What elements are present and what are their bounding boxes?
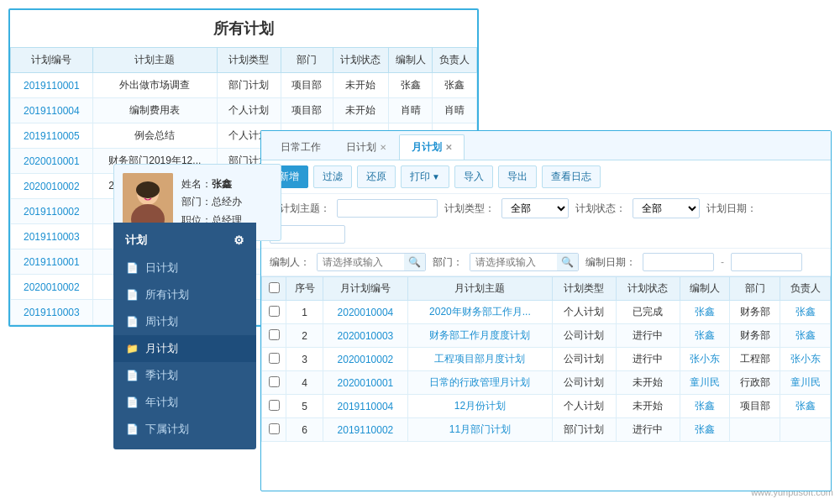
- main-table-header-cell: [262, 277, 286, 301]
- gear-icon[interactable]: ⚙: [234, 234, 244, 247]
- menu-icon: 📄: [125, 396, 139, 408]
- row-checkbox[interactable]: [269, 400, 280, 411]
- editor-search-button[interactable]: 🔍: [404, 254, 425, 270]
- table-cell[interactable]: 2019110003: [11, 224, 93, 249]
- sidebar-item-下属计划[interactable]: 📄下属计划: [113, 416, 256, 443]
- table-cell[interactable]: 11月部门计划: [407, 418, 552, 442]
- table-cell[interactable]: 2020010004: [323, 301, 408, 324]
- menu-label: 日计划: [145, 260, 178, 276]
- profile-name: 姓名：张鑫: [181, 176, 242, 194]
- filter-button[interactable]: 过滤: [313, 165, 352, 188]
- dept-input[interactable]: [470, 254, 557, 270]
- tab-日常工作[interactable]: 日常工作: [268, 134, 333, 160]
- table-cell[interactable]: 2020年财务部工作月...: [407, 301, 552, 324]
- tab-月计划[interactable]: 月计划✕: [399, 134, 465, 160]
- table-cell: 财务部: [730, 301, 780, 324]
- editor-input[interactable]: [318, 254, 404, 270]
- table-cell[interactable]: 张鑫: [780, 395, 831, 418]
- sidebar-item-月计划[interactable]: 📁月计划: [113, 335, 256, 362]
- table-cell[interactable]: 张鑫: [680, 301, 730, 324]
- table-cell[interactable]: 张鑫: [680, 324, 730, 348]
- table-cell[interactable]: 2020010001: [11, 149, 93, 174]
- table-cell: 例会总结: [92, 123, 217, 149]
- table-cell[interactable]: 12月份计划: [407, 395, 552, 418]
- restore-button[interactable]: 还原: [357, 165, 396, 188]
- sidebar-item-季计划[interactable]: 📄季计划: [113, 362, 256, 389]
- table-cell: 3: [286, 348, 323, 371]
- table-cell: 个人计划: [217, 98, 281, 123]
- sidebar-item-所有计划[interactable]: 📄所有计划: [113, 281, 256, 308]
- table-cell[interactable]: 张鑫: [780, 324, 831, 348]
- table-cell: [262, 371, 286, 395]
- sidebar-item-年计划[interactable]: 📄年计划: [113, 389, 256, 416]
- table-cell: 部门计划: [553, 418, 617, 442]
- table-cell[interactable]: 2019110002: [11, 199, 93, 224]
- table-cell[interactable]: 2020010002: [11, 174, 93, 199]
- table-cell: 编制费用表: [92, 98, 217, 123]
- table-cell: 未开始: [616, 371, 680, 395]
- tab-close-icon[interactable]: ✕: [380, 143, 386, 152]
- table-cell[interactable]: 2020010003: [323, 324, 408, 348]
- profile-dept: 部门：总经办: [181, 193, 242, 212]
- table-cell: 进行中: [616, 324, 680, 348]
- table-cell[interactable]: 童川民: [780, 371, 831, 395]
- main-table-header-cell: 计划状态: [616, 277, 680, 301]
- main-table-header-cell: 月计划编号: [323, 277, 408, 301]
- table-cell[interactable]: 2019110005: [11, 123, 93, 149]
- table-cell[interactable]: 张鑫: [680, 418, 730, 442]
- row-checkbox[interactable]: [269, 376, 280, 387]
- import-button[interactable]: 导入: [454, 165, 493, 188]
- table-cell[interactable]: 2020010001: [323, 371, 408, 395]
- table-cell[interactable]: 2020010002: [11, 275, 93, 300]
- tab-label: 月计划: [412, 140, 442, 155]
- table-cell[interactable]: 2019110002: [323, 418, 408, 442]
- table-cell[interactable]: 2019110004: [323, 395, 408, 418]
- table-cell[interactable]: 2019110001: [11, 73, 93, 98]
- table-cell[interactable]: 童川民: [680, 371, 730, 395]
- filter-row-2: 编制人： 🔍 部门： 🔍 编制日期： -: [261, 249, 831, 276]
- table-cell[interactable]: 2019110001: [11, 249, 93, 275]
- edit-date-end-input[interactable]: [731, 253, 802, 271]
- row-checkbox[interactable]: [269, 423, 280, 434]
- table-cell: [262, 301, 286, 324]
- edit-date-start-input[interactable]: [643, 253, 714, 271]
- tab-日计划[interactable]: 日计划✕: [333, 134, 399, 160]
- table-cell[interactable]: [780, 418, 831, 442]
- table-cell[interactable]: 张小东: [680, 348, 730, 371]
- table-cell[interactable]: 张鑫: [780, 301, 831, 324]
- profile-info: 姓名：张鑫 部门：总经办 职位：总经理: [181, 176, 242, 230]
- status-select[interactable]: 全部未开始进行中已完成: [633, 198, 700, 218]
- tab-close-icon[interactable]: ✕: [445, 143, 452, 152]
- table-cell: 1: [286, 301, 323, 324]
- row-checkbox[interactable]: [269, 329, 280, 340]
- log-button[interactable]: 查看日志: [542, 165, 601, 188]
- table-cell[interactable]: 日常的行政管理月计划: [407, 371, 552, 395]
- toolbar: 新增 过滤 还原 打印 ▼ 导入 导出 查看日志: [261, 160, 831, 194]
- table-cell[interactable]: 2020010002: [323, 348, 408, 371]
- table-cell: 肖晴: [433, 98, 477, 123]
- menu-label: 周计划: [145, 314, 178, 329]
- theme-input[interactable]: [337, 199, 438, 218]
- sidebar-item-周计划[interactable]: 📄周计划: [113, 308, 256, 335]
- tabs-bar: 日常工作日计划✕月计划✕: [261, 131, 831, 160]
- table-cell[interactable]: 工程项目部月度计划: [407, 348, 552, 371]
- table-cell: [262, 324, 286, 348]
- table-row: 22020010003财务部工作月度度计划公司计划进行中张鑫财务部张鑫: [262, 324, 831, 348]
- row-checkbox[interactable]: [269, 353, 280, 364]
- type-select[interactable]: 全部个人计划部门计划公司计划: [501, 198, 569, 218]
- sidebar-item-日计划[interactable]: 📄日计划: [113, 255, 256, 281]
- table-cell[interactable]: 2019110003: [11, 300, 93, 325]
- table-cell[interactable]: 2019110004: [11, 98, 93, 123]
- table-cell: 已完成: [616, 301, 680, 324]
- table-cell: 张鑫: [433, 73, 477, 98]
- table-cell[interactable]: 张鑫: [680, 395, 730, 418]
- row-checkbox[interactable]: [269, 306, 280, 317]
- print-button[interactable]: 打印 ▼: [401, 165, 449, 188]
- table-cell[interactable]: 张小东: [780, 348, 831, 371]
- dept-search-button[interactable]: 🔍: [557, 254, 578, 270]
- main-table-header-cell: 序号: [286, 277, 323, 301]
- date-label: 计划日期：: [706, 202, 757, 216]
- export-button[interactable]: 导出: [498, 165, 537, 188]
- select-all-checkbox[interactable]: [269, 282, 280, 293]
- table-cell[interactable]: 财务部工作月度度计划: [407, 324, 552, 348]
